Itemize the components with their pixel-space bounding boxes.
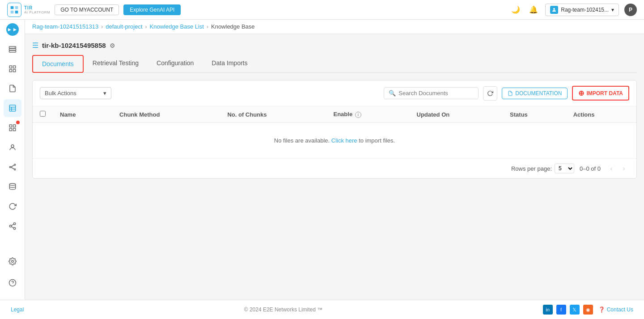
prev-page-button[interactable]: ‹ <box>606 163 617 174</box>
my-account-button[interactable]: GO TO MYACCOUNT <box>55 4 119 15</box>
search-box: 🔍 <box>384 87 479 99</box>
content-area: ☰ tir-kb-102415495858 ⚙ Documents Retrie… <box>25 34 644 300</box>
sidebar-item-share[interactable] <box>4 217 21 235</box>
header-left: TIR AI PLATFORM GO TO MYACCOUNT Explore … <box>7 3 181 17</box>
svg-rect-3 <box>15 10 18 13</box>
sidebar-item-datastore[interactable] <box>4 178 21 196</box>
tab-configuration[interactable]: Configuration <box>148 55 203 72</box>
tab-data-imports[interactable]: Data Imports <box>203 55 256 72</box>
click-here-link[interactable]: Click here <box>331 137 357 144</box>
documents-table: Name Chunk Method No. of Chunks Enable i <box>33 106 636 158</box>
col-updated-on: Updated On <box>410 106 503 123</box>
svg-line-25 <box>11 165 14 168</box>
table-header: Name Chunk Method No. of Chunks Enable i <box>33 106 636 123</box>
svg-rect-7 <box>9 50 16 52</box>
notifications-button[interactable]: 🔔 <box>527 4 540 16</box>
breadcrumb-project[interactable]: default-project <box>106 23 142 30</box>
svg-rect-12 <box>13 70 15 72</box>
svg-rect-9 <box>9 66 12 68</box>
empty-message: No files are available. <box>274 137 330 144</box>
import-plus-icon: ⊕ <box>578 89 584 97</box>
select-all-checkbox[interactable] <box>40 111 46 117</box>
contact-label: Contact Us <box>607 306 633 313</box>
col-enable: Enable i <box>326 106 409 123</box>
logo-icon <box>7 3 21 17</box>
dark-mode-button[interactable]: 🌙 <box>509 4 522 16</box>
sidebar-item-deployments[interactable] <box>4 139 21 156</box>
team-selector[interactable]: Rag-team-102415... ▾ <box>545 4 619 16</box>
twitter-icon[interactable]: 𝕏 <box>570 305 580 315</box>
svg-rect-1 <box>15 6 18 9</box>
svg-point-21 <box>11 145 14 147</box>
sidebar-item-pipelines[interactable] <box>4 158 21 176</box>
col-checkbox <box>33 106 53 123</box>
documentation-label: DOCUMENTATION <box>515 90 562 97</box>
kb-icon: ☰ <box>32 41 38 50</box>
bulk-actions-label: Bulk Actions <box>45 90 76 97</box>
rss-icon[interactable]: ◉ <box>583 305 593 315</box>
contact-us-link[interactable]: ❓ Contact Us <box>598 306 633 313</box>
import-data-button[interactable]: ⊕ IMPORT DATA <box>572 86 629 101</box>
svg-point-27 <box>9 184 16 186</box>
svg-rect-18 <box>13 125 15 127</box>
import-hint: to import files. <box>359 137 395 144</box>
svg-point-29 <box>9 225 12 227</box>
sidebar-item-file[interactable] <box>4 80 21 97</box>
breadcrumb-list[interactable]: Knowledge Base List <box>150 23 204 30</box>
sidebar-item-storage[interactable] <box>4 40 21 58</box>
bulk-actions-chevron: ▾ <box>103 90 106 97</box>
main-layout: ►► <box>0 20 644 300</box>
header-right: 🌙 🔔 Rag-team-102415... ▾ P <box>509 4 637 16</box>
sidebar-item-knowledge-base[interactable] <box>4 99 21 117</box>
breadcrumb-current: Knowledge Base <box>211 23 255 30</box>
svg-point-24 <box>14 169 15 170</box>
sidebar-bottom <box>4 252 21 296</box>
search-input[interactable] <box>398 90 474 97</box>
svg-rect-0 <box>11 6 14 9</box>
sidebar-toggle[interactable]: ►► <box>6 23 19 36</box>
sidebar-item-settings[interactable] <box>4 252 21 270</box>
enable-info-icon[interactable]: i <box>355 112 361 118</box>
breadcrumb-sep-2: › <box>145 24 147 30</box>
linkedin-icon[interactable]: in <box>543 305 553 315</box>
toolbar-right: 🔍 DOCUMENTATION ⊕ IMPORT DATA <box>384 86 629 101</box>
social-links: in f 𝕏 ◉ <box>543 305 593 315</box>
sidebar-item-support[interactable] <box>4 274 21 292</box>
user-avatar[interactable]: P <box>624 4 637 16</box>
team-icon <box>550 6 558 14</box>
logo-title: TIR <box>24 5 50 10</box>
empty-state-cell: No files are available. Click here to im… <box>33 123 636 159</box>
col-num-chunks: No. of Chunks <box>220 106 326 123</box>
svg-point-30 <box>13 227 16 230</box>
facebook-icon[interactable]: f <box>556 305 566 315</box>
next-page-button[interactable]: › <box>619 163 629 174</box>
empty-state-row: No files are available. Click here to im… <box>33 123 636 159</box>
import-data-label: IMPORT DATA <box>586 90 623 97</box>
footer-legal[interactable]: Legal <box>11 306 24 313</box>
page-range: 0–0 of 0 <box>580 165 601 172</box>
contact-icon: ❓ <box>598 306 605 313</box>
refresh-button[interactable] <box>483 86 497 101</box>
sidebar: ►► <box>0 20 25 300</box>
table-card: Bulk Actions ▾ 🔍 DOCUMENTAT <box>32 80 637 179</box>
pagination-row: Rows per page: 5 10 25 50 0–0 of 0 ‹ › <box>33 158 636 178</box>
page-navigation: ‹ › <box>606 163 629 174</box>
explore-genai-button[interactable]: Explore GenAI API <box>123 4 181 15</box>
tab-documents[interactable]: Documents <box>32 55 84 73</box>
svg-point-8 <box>14 47 15 48</box>
svg-line-31 <box>11 227 13 228</box>
sidebar-item-dashboard[interactable] <box>4 60 21 78</box>
kb-settings-button[interactable]: ⚙ <box>110 42 115 49</box>
bulk-actions-dropdown[interactable]: Bulk Actions ▾ <box>40 87 111 99</box>
rows-per-page-select[interactable]: 5 10 25 50 <box>555 164 574 173</box>
sidebar-item-grid[interactable] <box>4 119 21 137</box>
svg-point-33 <box>11 260 13 263</box>
logo: TIR AI PLATFORM <box>7 3 50 17</box>
documentation-button[interactable]: DOCUMENTATION <box>502 88 568 99</box>
logo-text-block: TIR AI PLATFORM <box>24 5 50 14</box>
breadcrumb-sep-3: › <box>207 24 208 30</box>
tab-retrieval-testing[interactable]: Retrieval Testing <box>84 55 148 72</box>
sidebar-item-refresh[interactable] <box>4 197 21 215</box>
main-content: Rag-team-102415151313 › default-project … <box>25 20 644 300</box>
breadcrumb-org[interactable]: Rag-team-102415151313 <box>32 23 98 30</box>
